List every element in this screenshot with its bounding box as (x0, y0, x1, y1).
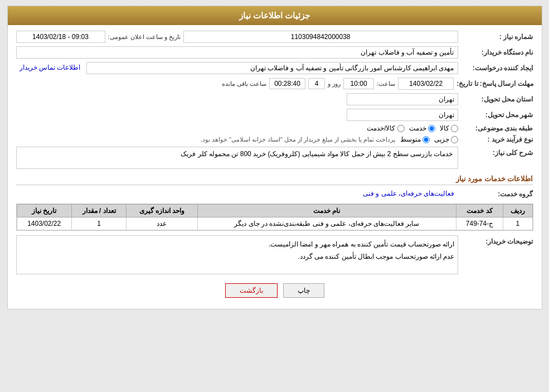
radio-jazii[interactable]: جزیی (434, 135, 458, 143)
table-cell: 1403/02/22 (17, 217, 71, 230)
buyer-name-value: تأمین و تصفیه آب و فاضلاب تهران (16, 46, 458, 59)
service-group-value[interactable]: فعالیت‌های حرفه‌ای، علمی و فنی (16, 188, 458, 200)
table-cell: عدد (127, 217, 197, 230)
radio-kala-khadamat-input[interactable] (397, 125, 405, 132)
row-province: استان محل تحویل: تهران (16, 93, 533, 105)
deadline-remaining: 00:28:40 (269, 78, 305, 89)
back-button[interactable]: بازگشت (225, 283, 278, 298)
col-name: نام خدمت (197, 205, 456, 217)
service-group-label: گروه خدمت: (461, 190, 533, 198)
radio-khadamat[interactable]: خدمت (409, 124, 435, 132)
buyer-desc-label: توضیحات خریدار: (461, 235, 533, 245)
radio-kala-khadamat-label: کالا/خدمت (367, 124, 395, 132)
sharh-value: خدمات بازرسی سطح 2 بیش از حمل کالا مواد … (16, 147, 458, 169)
deadline-remaining-label: ساعت باقی مانده (222, 80, 266, 88)
table-cell: 1 (71, 217, 126, 230)
radio-kala-label: کالا (440, 124, 449, 132)
desc-line1: ارائه صورتحساب قیمت تأمین کننده به همراه… (269, 240, 455, 248)
deadline-days: 4 (308, 78, 325, 89)
creator-label: ایجاد کننده درخواست: (461, 64, 533, 72)
process-radio-group: جزیی متوسط پرداخت تمام یا بخشی از مبلغ خ… (16, 135, 458, 143)
row-sharh: شرح کلی نیاز: خدمات بازرسی سطح 2 بیش از … (16, 147, 533, 169)
row-city: شهر محل تحویل: تهران (16, 109, 533, 121)
radio-kala-khadamat[interactable]: کالا/خدمت (367, 124, 404, 132)
buyer-description: ارائه صورتحساب قیمت تأمین کننده به همراه… (16, 235, 458, 274)
need-number-label: شماره نیاز : (461, 33, 533, 41)
table-cell: ج-74-749 (456, 217, 503, 230)
deadline-time-label: ساعت: (377, 80, 395, 88)
row-deadline: مهلت ارسال پاسخ: تا تاریخ: 1403/02/22 سا… (16, 78, 533, 90)
services-table-container: ردیف کد خدمت نام خدمت واحد اندازه گیری ت… (16, 204, 533, 231)
creator-link[interactable]: اطلاعات تماس خریدار (16, 62, 84, 74)
buyer-name-label: نام دستگاه خریدار: (461, 49, 533, 56)
page-title: جزئیات اطلاعات نیاز (239, 11, 310, 20)
col-code: کد خدمت (456, 205, 503, 217)
announce-label: تاریخ و ساعت اعلان عمومی: (108, 33, 181, 41)
row-service-group: گروه خدمت: فعالیت‌های حرفه‌ای، علمی و فن… (16, 188, 533, 200)
city-label: شهر محل تحویل: (461, 111, 533, 119)
radio-khadamat-input[interactable] (428, 125, 435, 132)
table-cell: 1 (503, 217, 532, 230)
province-value: تهران (347, 93, 458, 105)
radio-khadamat-label: خدمت (409, 124, 426, 132)
category-radio-group: کالا خدمت کالا/خدمت (16, 124, 458, 132)
row-category: طبقه بندی موضوعی: کالا خدمت کالا/خدمت (16, 124, 533, 132)
city-value: تهران (347, 109, 458, 121)
radio-jazii-input[interactable] (451, 136, 458, 143)
process-label: نوع فرآیند خرید : (461, 135, 533, 143)
category-label: طبقه بندی موضوعی: (461, 124, 533, 132)
deadline-label: مهلت ارسال پاسخ: تا تاریخ: (456, 80, 533, 88)
radio-jazii-label: جزیی (434, 135, 449, 143)
radio-motawaset-input[interactable] (422, 136, 430, 143)
row-creator: ایجاد کننده درخواست: مهدی ابراهیمی کارشن… (16, 62, 533, 74)
radio-motawaset-label: متوسط (400, 135, 421, 143)
process-note: پرداخت تمام یا بخشی از مبلغ خریدار از مح… (201, 136, 396, 143)
desc-line2: عدم ارائه صورتحساب موجب ابطال تأمین کنند… (298, 253, 454, 260)
main-container: جزئیات اطلاعات نیاز شماره نیاز : 1103094… (7, 6, 542, 309)
province-label: استان محل تحویل: (461, 95, 533, 103)
col-radif: ردیف (503, 205, 532, 217)
radio-kala[interactable]: کالا (440, 124, 458, 132)
content-area: شماره نیاز : 1103094842000038 تاریخ و سا… (8, 25, 542, 309)
page-header: جزئیات اطلاعات نیاز (8, 6, 542, 25)
services-table: ردیف کد خدمت نام خدمت واحد اندازه گیری ت… (17, 204, 533, 230)
row-process: نوع فرآیند خرید : جزیی متوسط پرداخت تمام… (16, 135, 533, 143)
deadline-days-label: روز و (328, 80, 341, 88)
announce-value: 1403/02/18 - 09:03 (16, 31, 105, 43)
creator-value: مهدی ابراهیمی کارشناس امور بازرگانی تأمی… (86, 62, 458, 74)
deadline-date: 1403/02/22 (398, 78, 454, 90)
row-need-number: شماره نیاز : 1103094842000038 تاریخ و سا… (16, 31, 533, 43)
row-buyer-desc: توضیحات خریدار: ارائه صورتحساب قیمت تأمی… (16, 235, 533, 274)
col-count: تعداد / مقدار (71, 205, 126, 217)
deadline-time: 10:00 (343, 78, 374, 89)
table-header-row: ردیف کد خدمت نام خدمت واحد اندازه گیری ت… (17, 205, 532, 217)
row-buyer-name: نام دستگاه خریدار: تأمین و تصفیه آب و فا… (16, 46, 533, 59)
radio-kala-input[interactable] (451, 125, 458, 132)
radio-motawaset[interactable]: متوسط (400, 135, 430, 143)
need-number-value: 1103094842000038 (183, 31, 458, 43)
services-header: اطلاعات خدمات مورد نیاز (16, 175, 533, 185)
print-button[interactable]: چاپ (283, 283, 324, 298)
table-row: 1ج-74-749سایر فعالیت‌های حرفه‌ای، علمی و… (17, 217, 532, 230)
col-date: تاریخ نیاز (17, 205, 71, 217)
table-cell: سایر فعالیت‌های حرفه‌ای، علمی و فنی طبقه… (197, 217, 456, 230)
col-unit: واحد اندازه گیری (127, 205, 197, 217)
sharh-label: شرح کلی نیاز: (461, 147, 533, 157)
footer-buttons: چاپ بازگشت (16, 278, 533, 303)
